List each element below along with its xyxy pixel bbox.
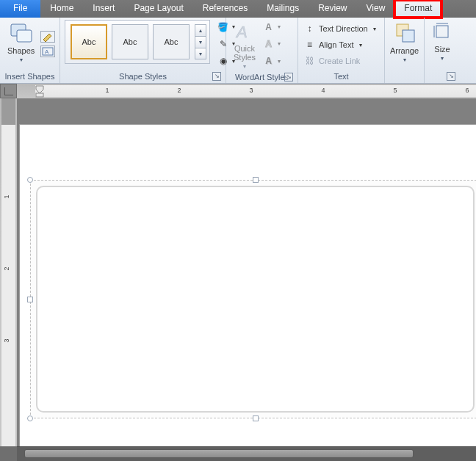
ruler-mark: 3 (249, 87, 253, 94)
tab-insert[interactable]: Insert (83, 0, 124, 18)
vruler-mark: 2 (3, 266, 10, 270)
selected-textbox[interactable] (30, 180, 476, 418)
svg-marker-2 (43, 34, 51, 42)
wordart-styles-launcher[interactable]: ↘ (284, 73, 293, 81)
size-label: Size (434, 45, 450, 54)
text-effects-icon: A (263, 56, 274, 66)
svg-rect-12 (36, 93, 43, 97)
group-wordart-styles: A Quick Styles ▾ A▾ A▾ A▾ WordArt Styles… (226, 18, 298, 83)
tab-format[interactable]: Format (394, 0, 441, 18)
hscroll-track[interactable] (17, 446, 476, 461)
resize-handle-l[interactable] (27, 297, 33, 302)
resize-handle-t[interactable] (253, 177, 259, 183)
vruler-mark: 1 (3, 195, 10, 198)
tab-stop-icon (4, 87, 13, 95)
text-fill-button[interactable]: A▾ (262, 20, 282, 34)
gallery-down-button[interactable]: ▾ (195, 36, 206, 48)
text-fill-icon: A (263, 22, 274, 32)
svg-rect-7 (403, 30, 414, 42)
svg-rect-8 (436, 26, 448, 37)
hscroll-thumb[interactable] (24, 449, 414, 458)
gallery-scroll: ▴ ▾ ▾ (195, 24, 206, 59)
size-button[interactable]: Size ▾ (429, 20, 455, 63)
text-direction-icon: ↕ (304, 23, 315, 34)
draw-textbox-button[interactable]: A (40, 46, 55, 57)
group-arrange: Arrange ▾ (385, 18, 425, 83)
group-size: Size ▾ ↘ (425, 18, 460, 83)
ribbon-tabs: File Home Insert Page Layout References … (0, 0, 476, 18)
svg-rect-1 (17, 30, 32, 42)
shape-style-3[interactable]: Abc (153, 24, 190, 59)
tab-references[interactable]: References (193, 0, 257, 18)
horizontal-ruler[interactable]: 1 2 3 4 5 6 (17, 84, 476, 98)
mini-shape-tools: A (40, 20, 55, 68)
shape-style-gallery[interactable]: Abc Abc Abc ▴ ▾ ▾ (65, 20, 210, 64)
group-label-arrange (389, 70, 419, 83)
shapes-label: Shapes (7, 46, 35, 55)
group-text: ↕Text Direction▾ ≡Align Text▾ ⛓Create Li… (298, 18, 385, 83)
arrange-button[interactable]: Arrange ▾ (387, 20, 422, 65)
link-icon: ⛓ (304, 56, 315, 66)
tab-view[interactable]: View (357, 0, 395, 18)
chevron-down-icon: ▾ (243, 63, 246, 70)
group-label-shape-styles: Shape Styles↘ (65, 70, 221, 83)
workspace: 1 2 3 (0, 98, 476, 446)
group-shape-styles: Abc Abc Abc ▴ ▾ ▾ 🪣▾ ✎▾ ◉▾ Shape Styles↘ (60, 18, 226, 83)
tab-file[interactable]: File (0, 0, 40, 18)
align-text-button[interactable]: ≡Align Text▾ (303, 37, 378, 52)
svg-text:A: A (45, 48, 49, 55)
size-launcher[interactable]: ↘ (447, 72, 455, 81)
ruler-mark: 4 (321, 87, 325, 94)
resize-handle-tl[interactable] (27, 177, 33, 183)
ruler-mark: 1 (105, 87, 109, 94)
wordart-icon: A (234, 21, 255, 43)
tab-mailings[interactable]: Mailings (257, 0, 309, 18)
tab-review[interactable]: Review (309, 0, 356, 18)
indent-marker[interactable] (35, 84, 45, 98)
arrange-icon (394, 21, 416, 45)
quick-styles-button[interactable]: A Quick Styles ▾ (231, 20, 259, 71)
group-label-text: Text (303, 70, 380, 83)
group-insert-shapes: Shapes ▾ A Insert Shapes (0, 18, 60, 83)
page[interactable] (19, 124, 476, 446)
arrange-label: Arrange (390, 46, 419, 55)
ruler-mark: 6 (465, 87, 469, 94)
chevron-down-icon: ▾ (20, 57, 23, 63)
resize-handle-b[interactable] (253, 415, 259, 421)
text-outline-icon: A (263, 39, 274, 49)
svg-text:A: A (235, 23, 248, 41)
quick-styles-label: Quick Styles (234, 45, 256, 62)
ruler-mark: 5 (393, 87, 397, 94)
group-label-size: ↘ (429, 79, 455, 83)
text-direction-button[interactable]: ↕Text Direction▾ (303, 21, 378, 36)
shape-styles-launcher[interactable]: ↘ (212, 72, 221, 81)
edit-shape-button[interactable] (40, 31, 55, 43)
svg-marker-11 (36, 86, 43, 93)
shapes-button[interactable]: Shapes ▾ (4, 20, 37, 65)
create-link-button[interactable]: ⛓Create Link (303, 54, 378, 68)
tab-selector[interactable] (0, 84, 17, 98)
ribbon: Shapes ▾ A Insert Shapes Abc Abc Abc ▴ ▾… (0, 18, 476, 84)
tab-page-layout[interactable]: Page Layout (124, 0, 192, 18)
shape-style-1[interactable]: Abc (71, 24, 107, 59)
tab-home[interactable]: Home (40, 0, 83, 18)
horizontal-scrollbar (0, 446, 476, 461)
shapes-icon (10, 21, 33, 45)
vertical-ruler[interactable]: 1 2 3 (0, 98, 17, 446)
shape-style-2[interactable]: Abc (112, 24, 148, 59)
size-icon (432, 21, 452, 43)
align-text-icon: ≡ (304, 40, 315, 50)
gallery-up-button[interactable]: ▴ (195, 24, 206, 36)
text-outline-button[interactable]: A▾ (262, 37, 282, 51)
chevron-down-icon: ▾ (441, 55, 444, 62)
vruler-mark: 3 (3, 338, 10, 342)
ruler-mark: 2 (177, 87, 181, 94)
text-effects-button[interactable]: A▾ (262, 54, 282, 68)
resize-handle-bl[interactable] (27, 415, 33, 421)
textbox-content[interactable] (36, 186, 475, 413)
group-label-wordart-styles: WordArt Styles↘ (231, 71, 293, 84)
gallery-more-button[interactable]: ▾ (195, 48, 206, 59)
ruler-row: 1 2 3 4 5 6 (0, 84, 476, 98)
document-area[interactable] (17, 98, 476, 446)
group-label-insert-shapes: Insert Shapes (4, 70, 55, 83)
